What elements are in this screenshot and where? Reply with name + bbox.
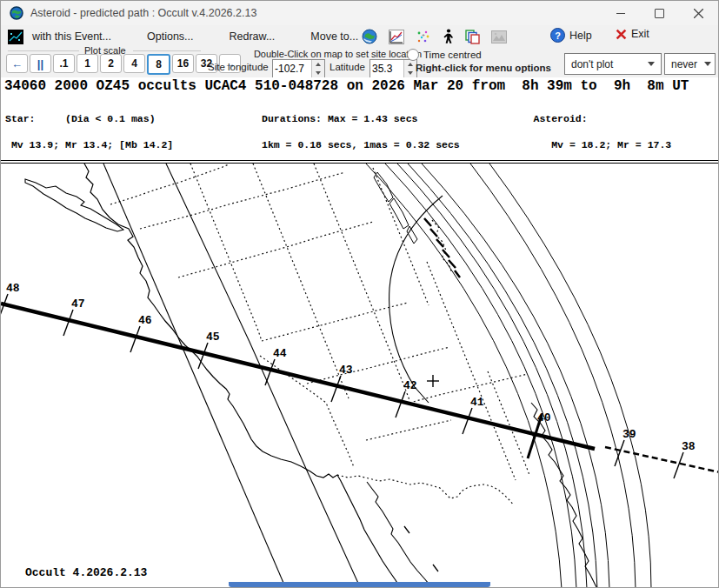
plot-scale-2-button[interactable]: 2 bbox=[100, 54, 122, 73]
toolbar-icons bbox=[362, 29, 507, 44]
menu-move-to[interactable]: Move to... bbox=[307, 29, 362, 44]
baja-gulf-coastline bbox=[367, 482, 435, 587]
lake-features bbox=[374, 172, 417, 244]
close-button[interactable] bbox=[679, 1, 718, 25]
path-tick bbox=[265, 359, 275, 385]
plot-option-dropdown[interactable]: don't plot bbox=[564, 53, 662, 75]
path-minute-label: 45 bbox=[206, 331, 220, 344]
path-tick bbox=[674, 452, 683, 478]
minimize-icon bbox=[616, 13, 625, 14]
asteroid-line: Mv = 18.2; Mr = 17.3 bbox=[503, 141, 708, 150]
taskbar-sliver bbox=[229, 582, 490, 587]
plot-option-value: don't plot bbox=[565, 58, 641, 70]
help-button[interactable]: ? Help bbox=[550, 28, 592, 43]
menu-options[interactable]: Options... bbox=[143, 29, 197, 44]
groupbox-rule bbox=[8, 50, 79, 51]
latitude-label: Latitude bbox=[330, 62, 365, 72]
exit-button[interactable]: Exit bbox=[616, 28, 649, 40]
site-longitude-input[interactable] bbox=[273, 60, 311, 77]
path-minute-label: 48 bbox=[6, 282, 20, 295]
version-status-text: Occult 4.2026.2.13 bbox=[25, 566, 147, 579]
plot-event-icon[interactable] bbox=[8, 30, 23, 44]
globe-app-icon bbox=[10, 6, 23, 20]
image-disabled-icon bbox=[491, 30, 507, 43]
horizon-arc bbox=[389, 196, 443, 403]
close-icon bbox=[694, 9, 703, 18]
path-tick bbox=[1, 294, 8, 320]
help-icon: ? bbox=[550, 28, 565, 43]
plot-scale-16-button[interactable]: 16 bbox=[172, 54, 194, 73]
occult-app-window: Asteroid - predicted path : Occult v.4.2… bbox=[0, 0, 719, 588]
plot-scale-1-button[interactable]: 1 bbox=[77, 54, 98, 73]
path-minute-label: 43 bbox=[339, 364, 353, 377]
path-tick bbox=[396, 391, 405, 418]
plot-scale-pause-button[interactable]: || bbox=[30, 54, 51, 73]
arrow-down-icon bbox=[408, 71, 413, 75]
plot-scale-4-button[interactable]: 4 bbox=[123, 54, 145, 73]
event-line: 1km = 0.18 secs, 1mas = 0.32 secs bbox=[262, 141, 472, 150]
path-minute-label: 41 bbox=[470, 396, 484, 409]
minimize-button[interactable] bbox=[601, 1, 640, 25]
time-centred-label: Time centred bbox=[423, 50, 482, 60]
plot-scale-01-button[interactable]: .1 bbox=[53, 54, 75, 73]
chevron-down-icon bbox=[648, 62, 655, 66]
star-line: Star: (Dia < 0.1 mas) bbox=[5, 115, 203, 124]
plot-scale-back-button[interactable]: ← bbox=[6, 54, 28, 73]
event-header-block: 34060 2000 OZ45 occults UCAC4 510-048728… bbox=[1, 77, 718, 164]
predicted-path-line bbox=[1, 304, 595, 449]
path-minute-label: 38 bbox=[682, 440, 696, 453]
longitude-up-button[interactable] bbox=[312, 60, 324, 69]
asteroid-line: Asteroid: bbox=[503, 115, 708, 124]
person-icon[interactable] bbox=[443, 29, 454, 44]
never-value: never bbox=[665, 58, 697, 70]
map-canvas: 4847464544434241403938 bbox=[1, 164, 718, 587]
predicted-path-daylight-dashed bbox=[605, 447, 718, 472]
chevron-down-icon bbox=[704, 62, 711, 66]
arrow-up-icon bbox=[316, 63, 321, 66]
path-minute-label: 47 bbox=[71, 297, 85, 311]
plot-scale-8-button[interactable]: 8 bbox=[147, 54, 170, 75]
google-earth-icon[interactable] bbox=[362, 29, 377, 44]
gulf-islands bbox=[404, 526, 438, 571]
help-label: Help bbox=[569, 30, 592, 42]
rightclick-hint: Right-click for menu options bbox=[416, 63, 551, 73]
copy-pages-icon[interactable] bbox=[465, 30, 480, 44]
arrow-down-icon bbox=[316, 71, 321, 75]
radio-circle-icon bbox=[407, 49, 419, 61]
latitude-down-button[interactable] bbox=[404, 69, 416, 77]
star-field-icon[interactable] bbox=[416, 30, 431, 44]
star-line: Mv 13.9; Mr 13.4; [Mb 14.2] bbox=[5, 141, 203, 150]
prediction-map[interactable]: 4847464544434241403938 Occult 4.2026.2.1… bbox=[1, 164, 718, 587]
window-title: Asteroid - predicted path : Occult v.4.2… bbox=[30, 7, 256, 19]
path-minute-label: 40 bbox=[537, 411, 551, 424]
arrow-up-icon bbox=[408, 63, 413, 66]
site-longitude-spinner bbox=[272, 59, 325, 78]
maximize-icon bbox=[655, 9, 664, 18]
path-tick bbox=[331, 376, 341, 402]
state-borders bbox=[110, 164, 529, 505]
never-dropdown[interactable]: never bbox=[664, 53, 716, 75]
path-tick bbox=[463, 408, 472, 434]
site-location-marker bbox=[427, 375, 439, 387]
exit-x-icon bbox=[616, 29, 627, 40]
site-longitude-label: Site longitude bbox=[208, 62, 269, 72]
vancouver-island-coastline bbox=[25, 179, 123, 231]
path-minute-label: 42 bbox=[403, 379, 417, 392]
chart-icon[interactable] bbox=[389, 30, 404, 44]
plot-scale-group: ← || .1 1 2 4 8 16 32 → bbox=[6, 54, 241, 75]
latitude-up-button[interactable] bbox=[404, 60, 416, 69]
latitude-input[interactable] bbox=[370, 60, 403, 77]
path-minute-label: 39 bbox=[622, 428, 636, 441]
event-title: 34060 2000 OZ45 occults UCAC4 510-048728… bbox=[4, 78, 689, 94]
controls-row: Plot scale ← || .1 1 2 4 8 16 32 → Doubl… bbox=[1, 48, 718, 77]
exit-label: Exit bbox=[631, 28, 649, 40]
pacific-coastline bbox=[84, 164, 401, 587]
menu-with-this-event[interactable]: with this Event... bbox=[29, 29, 115, 44]
title-bar: Asteroid - predicted path : Occult v.4.2… bbox=[1, 1, 718, 25]
path-minute-label: 44 bbox=[273, 347, 287, 360]
latitude-spinner bbox=[369, 59, 417, 78]
time-centred-radio[interactable]: Time centred bbox=[407, 49, 482, 61]
longitude-down-button[interactable] bbox=[312, 69, 324, 77]
maximize-button[interactable] bbox=[640, 1, 679, 25]
menu-redraw[interactable]: Redraw... bbox=[226, 29, 279, 44]
